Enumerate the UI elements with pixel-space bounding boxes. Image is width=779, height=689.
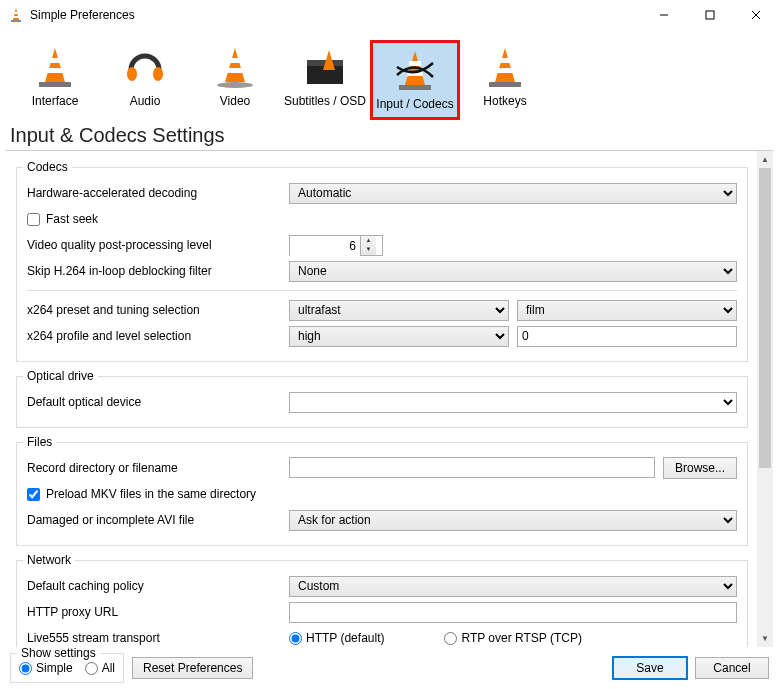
tab-hotkeys[interactable]: Hotkeys	[460, 40, 550, 120]
headphones-cone-icon	[121, 46, 169, 88]
close-button[interactable]	[733, 0, 779, 30]
footer: Show settings Simple All Reset Preferenc…	[0, 647, 779, 689]
show-all-radio[interactable]: All	[85, 661, 115, 675]
svg-marker-14	[225, 48, 245, 82]
show-settings-group: Show settings Simple All	[10, 653, 124, 683]
proxy-input[interactable]	[289, 602, 737, 623]
show-settings-legend: Show settings	[17, 646, 100, 660]
pp-level-input[interactable]	[290, 236, 360, 257]
cone-cables-icon	[391, 49, 439, 91]
caching-select[interactable]: Custom	[289, 576, 737, 597]
svg-rect-15	[229, 58, 241, 63]
show-all-input[interactable]	[85, 662, 98, 675]
live555-rtp-radio[interactable]: RTP over RTSP (TCP)	[444, 631, 581, 645]
record-dir-label: Record directory or filename	[27, 461, 289, 475]
settings-scroll-area: Codecs Hardware-accelerated decoding Aut…	[6, 150, 773, 647]
skip-loop-label: Skip H.264 in-loop deblocking filter	[27, 264, 289, 278]
spin-up[interactable]: ▲	[361, 236, 376, 246]
show-simple-radio[interactable]: Simple	[19, 661, 73, 675]
svg-rect-24	[399, 85, 431, 90]
cancel-button[interactable]: Cancel	[695, 657, 769, 679]
hw-decoding-select[interactable]: Automatic	[289, 183, 737, 204]
x264-tune-select[interactable]: film	[517, 300, 737, 321]
tab-interface[interactable]: Interface	[10, 40, 100, 120]
x264-profile-select[interactable]: high	[289, 326, 509, 347]
cone-shadow-icon	[211, 46, 259, 88]
maximize-button[interactable]	[687, 0, 733, 30]
proxy-label: HTTP proxy URL	[27, 605, 289, 619]
svg-rect-28	[489, 82, 521, 87]
scroll-up-icon[interactable]: ▲	[757, 151, 773, 168]
tab-input-codecs[interactable]: Input / Codecs	[370, 40, 460, 120]
tab-audio[interactable]: Audio	[100, 40, 190, 120]
svg-point-12	[127, 67, 137, 81]
svg-marker-25	[495, 48, 515, 82]
damaged-avi-label: Damaged or incomplete AVI file	[27, 513, 289, 527]
tab-label: Input / Codecs	[373, 97, 457, 111]
clapperboard-cone-icon	[301, 46, 349, 88]
live555-http-radio[interactable]: HTTP (default)	[289, 631, 384, 645]
tab-video[interactable]: Video	[190, 40, 280, 120]
show-simple-input[interactable]	[19, 662, 32, 675]
damaged-avi-select[interactable]: Ask for action	[289, 510, 737, 531]
x264-preset-select[interactable]: ultrafast	[289, 300, 509, 321]
tab-label: Audio	[100, 94, 190, 108]
preload-mkv-label: Preload MKV files in the same directory	[46, 487, 256, 501]
x264-profile-label: x264 profile and level selection	[27, 329, 289, 343]
preload-mkv-checkbox[interactable]: Preload MKV files in the same directory	[27, 487, 256, 501]
record-dir-input[interactable]	[289, 457, 655, 478]
fast-seek-checkbox[interactable]: Fast seek	[27, 212, 98, 226]
svg-rect-9	[49, 58, 61, 63]
fast-seek-input[interactable]	[27, 213, 40, 226]
svg-rect-27	[497, 68, 513, 73]
live555-http-input[interactable]	[289, 632, 302, 645]
svg-rect-2	[14, 16, 19, 18]
vertical-scrollbar[interactable]: ▲ ▼	[756, 151, 773, 647]
window-title: Simple Preferences	[30, 8, 641, 22]
show-simple-label: Simple	[36, 661, 73, 675]
tab-label: Video	[190, 94, 280, 108]
save-button[interactable]: Save	[613, 657, 687, 679]
category-tabs: Interface Audio Video Subtitles / OSD In…	[0, 30, 779, 120]
scroll-thumb[interactable]	[759, 168, 771, 468]
svg-marker-8	[45, 48, 65, 82]
svg-rect-16	[227, 68, 243, 73]
browse-button[interactable]: Browse...	[663, 457, 737, 479]
svg-point-17	[217, 82, 253, 88]
pp-level-spinbox[interactable]: ▲ ▼	[289, 235, 383, 256]
live555-rtp-label: RTP over RTSP (TCP)	[461, 631, 581, 645]
preload-mkv-input[interactable]	[27, 488, 40, 501]
scroll-down-icon[interactable]: ▼	[757, 630, 773, 647]
group-legend: Codecs	[23, 160, 72, 174]
fast-seek-label: Fast seek	[46, 212, 98, 226]
reset-preferences-button[interactable]: Reset Preferences	[132, 657, 253, 679]
group-network: Network Default caching policy Custom HT…	[16, 560, 748, 647]
live555-http-label: HTTP (default)	[306, 631, 384, 645]
group-legend: Optical drive	[23, 369, 98, 383]
cone-icon	[481, 46, 529, 88]
titlebar: Simple Preferences	[0, 0, 779, 30]
group-optical: Optical drive Default optical device	[16, 376, 748, 428]
default-optical-label: Default optical device	[27, 395, 289, 409]
svg-rect-1	[14, 12, 18, 14]
pp-level-label: Video quality post-processing level	[27, 238, 289, 252]
caching-label: Default caching policy	[27, 579, 289, 593]
live555-rtp-input[interactable]	[444, 632, 457, 645]
svg-rect-11	[39, 82, 71, 87]
svg-rect-10	[47, 68, 63, 73]
live555-label: Live555 stream transport	[27, 631, 289, 645]
svg-rect-26	[499, 58, 511, 63]
tab-subtitles[interactable]: Subtitles / OSD	[280, 40, 370, 120]
minimize-button[interactable]	[641, 0, 687, 30]
x264-level-input[interactable]	[517, 326, 737, 347]
spin-down[interactable]: ▼	[361, 245, 376, 255]
skip-loop-select[interactable]: None	[289, 261, 737, 282]
hw-decoding-label: Hardware-accelerated decoding	[27, 186, 289, 200]
tab-label: Interface	[10, 94, 100, 108]
group-legend: Files	[23, 435, 56, 449]
default-optical-select[interactable]	[289, 392, 737, 413]
group-files: Files Record directory or filename Brows…	[16, 442, 748, 546]
group-codecs: Codecs Hardware-accelerated decoding Aut…	[16, 167, 748, 362]
app-icon	[8, 7, 24, 23]
svg-point-13	[153, 67, 163, 81]
